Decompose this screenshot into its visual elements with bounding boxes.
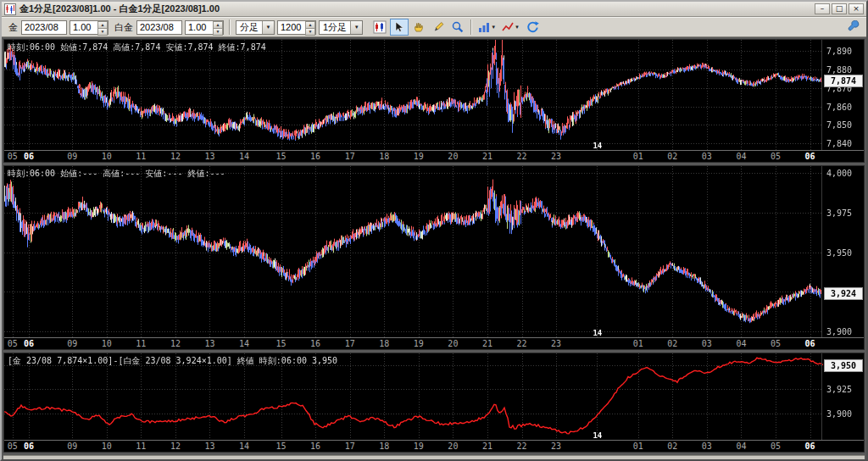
x-hour-label: 10 [102,339,112,348]
x-hour-label: 12 [170,339,181,348]
x-hour-label: 19 [414,339,424,348]
chevron-down-icon[interactable]: ▼ [350,21,362,34]
x-hour-label: 01 [633,339,643,348]
x-hour-label: 09 [67,442,77,451]
minimize-button[interactable]: – [815,3,830,14]
x-hour-label: 11 [136,152,146,161]
platinum-label: 白金 [114,21,133,34]
x-hour-label: 20 [448,442,458,451]
platinum-month-input[interactable] [136,20,182,35]
bar-indicator-icon[interactable]: ▼ [476,19,498,36]
toolbar-separator [229,19,231,35]
platinum-month-field [136,20,182,35]
x-hour-label: 03 [702,339,712,348]
gold-quote-readout: 時刻:06:00 始値:7,874 高値:7,874 安値:7,874 終値:7… [8,42,266,53]
x-hour-label: 14 [239,339,249,348]
bar-count-down-icon[interactable]: ▼ [305,28,315,36]
line-indicator-icon[interactable]: ▼ [499,19,522,36]
window-bottom-strip [3,455,865,461]
spread-chart-panel: [金 23/08 7,874×1.00]-[白金 23/08 3,924×1.0… [3,353,865,453]
x-hour-label: 06 [805,442,815,451]
bar-count-up-icon[interactable]: ▲ [305,21,315,28]
x-hour-label: 21 [482,442,492,451]
x-hour-label: 04 [736,152,746,161]
y-tick-label: 3,950 [826,248,852,258]
x-hour-label: 10 [102,152,112,161]
y-tick-label: 3,900 [826,327,852,336]
spread-time-axis: 0506091011121314151617181920212223010203… [4,440,864,452]
candlestick-chart-icon[interactable] [370,19,389,36]
settings-wrench-icon[interactable] [844,19,863,36]
gold-month-field [21,20,67,35]
chevron-down-icon[interactable]: ▼ [491,25,496,30]
x-hour-label: 13 [204,152,214,161]
draw-pencil-icon[interactable] [429,19,448,36]
gold-mult-up-icon[interactable]: ▲ [97,21,108,28]
titlebar: 金1分足[2023/08]1.00 - 白金1分足[2023/08]1.00 –… [2,2,866,17]
gold-mult-down-icon[interactable]: ▼ [97,28,108,36]
x-hour-label: 06 [24,442,34,451]
gold-multiplier-spinner: ▲ ▼ [70,20,108,35]
x-hour-label: 19 [414,152,424,161]
platinum-mult-down-icon[interactable]: ▼ [213,28,223,36]
crosshair-select-icon[interactable] [390,19,409,36]
chart-client-area: 時刻:06:00 始値:7,874 高値:7,874 安値:7,874 終値:7… [2,37,866,461]
bar-type-dropdown[interactable]: 分足 ▼ [236,20,275,35]
gold-price-axis: 7,874 7,8907,8807,8707,8607,8507,840 [821,40,864,150]
x-hour-label: 06 [805,339,815,348]
x-hour-label: 14 [239,442,249,451]
x-hour-label: 06 [24,339,34,348]
x-hour-label: 03 [702,152,712,161]
x-hour-label: 04 [736,442,746,451]
toolbar: 金 ▲ ▼ 白金 ▲ ▼ 分足 ▼ [2,17,866,37]
refresh-icon[interactable] [523,19,542,36]
gold-last-price-badge: 7,874 [824,75,863,87]
gold-chart-canvas[interactable] [4,40,823,151]
x-hour-label: 15 [276,339,287,348]
x-hour-label: 17 [345,339,355,348]
x-hour-label: 22 [517,339,527,348]
pan-hand-icon[interactable] [409,19,428,36]
y-tick-label: 7,880 [826,65,852,75]
x-hour-label: 13 [204,339,214,348]
app-chart-icon [4,3,16,15]
gold-multiplier-input[interactable] [70,21,97,34]
x-hour-label: 11 [136,339,146,348]
x-hour-label: 18 [379,339,389,348]
close-button[interactable]: × [849,3,864,14]
zoom-icon[interactable] [448,19,467,36]
period-dropdown[interactable]: 1分足 ▼ [319,20,363,35]
y-tick-label: 7,890 [826,47,852,56]
x-hour-label: 22 [517,152,527,161]
x-hour-label: 05 [8,339,18,348]
y-tick-label: 4,000 [826,169,852,178]
y-tick-label: 7,850 [826,120,852,130]
bar-count-input[interactable] [278,21,305,34]
platinum-mult-up-icon[interactable]: ▲ [213,21,223,28]
x-hour-label: 05 [771,339,781,348]
x-hour-label: 12 [170,442,181,451]
platinum-multiplier-input[interactable] [186,21,213,34]
x-hour-label: 03 [702,442,712,451]
x-hour-label: 13 [204,442,214,451]
spread-price-axis: 3,950 3,9503,9253,900 [821,353,864,440]
x-hour-label: 23 [551,339,561,348]
gold-month-input[interactable] [21,20,67,35]
x-hour-label: 22 [517,442,527,451]
x-hour-label: 02 [667,152,677,161]
gold-time-axis: 0506091011121314151617181920212223010203… [4,150,864,162]
platinum-chart-canvas[interactable] [4,166,823,338]
x-hour-label: 02 [667,339,677,348]
x-hour-label: 21 [482,339,492,348]
bar-count-spinner: ▲ ▼ [277,20,316,35]
maximize-button[interactable]: □ [832,3,847,14]
chevron-down-icon[interactable]: ▼ [515,25,520,30]
x-hour-label: 09 [67,339,77,348]
x-hour-label: 17 [345,442,355,451]
x-hour-label: 14 [239,152,249,161]
chevron-down-icon[interactable]: ▼ [262,21,274,34]
x-hour-label: 05 [8,152,18,161]
gold-chart-panel: 時刻:06:00 始値:7,874 高値:7,874 安値:7,874 終値:7… [3,39,865,163]
toolbar-separator [470,19,472,35]
x-hour-label: 18 [379,442,389,451]
